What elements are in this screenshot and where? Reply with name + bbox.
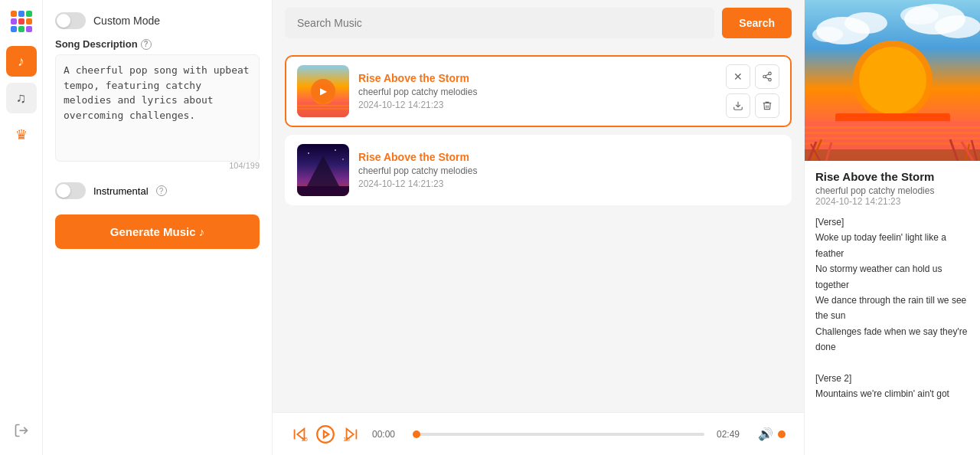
song-card-1[interactable]: ▶ Rise Above the Storm cheerful pop catc… <box>285 55 792 127</box>
rp-tags: cheerful pop catchy melodies <box>815 185 969 196</box>
nav-music-icon[interactable]: ♪ <box>6 46 37 77</box>
song-share-button-1[interactable] <box>755 64 779 89</box>
song-actions-1: ✕ <box>726 64 779 118</box>
song-info-2: Rise Above the Storm cheerful pop catchy… <box>358 151 779 189</box>
rp-title: Rise Above the Storm <box>815 170 969 183</box>
instrumental-row: Instrumental ? <box>55 182 260 199</box>
instrumental-toggle[interactable] <box>55 182 86 199</box>
nav-crown-icon[interactable]: ♛ <box>6 119 37 150</box>
custom-mode-row: Custom Mode <box>55 12 260 29</box>
svg-rect-7 <box>18 26 24 32</box>
song-description-section: Song Description ? A cheerful pop song w… <box>55 38 260 170</box>
nav-disc-icon[interactable]: ♫ <box>6 83 37 113</box>
svg-rect-1 <box>18 11 24 17</box>
volume-icon[interactable]: 🔊 <box>758 427 773 441</box>
play-circle-1: ▶ <box>311 79 335 103</box>
svg-point-26 <box>342 159 344 160</box>
logout-icon[interactable] <box>6 415 37 446</box>
song-title-2: Rise Above the Storm <box>358 151 779 163</box>
song-date-2: 2024-10-12 14:21:23 <box>358 178 779 189</box>
song-close-button-1[interactable]: ✕ <box>726 64 750 89</box>
svg-rect-6 <box>11 26 17 32</box>
icon-bar: ♪ ♫ ♛ <box>0 0 43 455</box>
svg-point-29 <box>317 426 334 443</box>
custom-mode-label: Custom Mode <box>93 15 160 27</box>
svg-point-24 <box>308 152 309 154</box>
svg-point-41 <box>859 47 926 114</box>
song-tags-2: cheerful pop catchy melodies <box>358 165 779 176</box>
instrumental-label: Instrumental <box>93 185 149 197</box>
player-controls: 15 15 <box>291 424 360 444</box>
svg-rect-5 <box>26 18 32 25</box>
svg-point-39 <box>900 6 939 25</box>
volume-dot <box>778 430 786 438</box>
svg-marker-30 <box>324 430 329 437</box>
song-date-1: 2024-10-12 14:21:23 <box>358 100 717 110</box>
song-delete-button-1[interactable] <box>755 93 779 118</box>
svg-rect-8 <box>26 26 32 32</box>
play-overlay-1[interactable]: ▶ <box>297 65 349 117</box>
song-tags-1: cheerful pop catchy melodies <box>358 87 717 97</box>
generate-music-button[interactable]: Generate Music ♪ <box>55 214 260 249</box>
svg-rect-3 <box>11 18 17 25</box>
svg-point-17 <box>769 78 772 81</box>
volume-area: 🔊 <box>758 427 786 441</box>
song-thumb-1: ▶ <box>297 65 349 117</box>
svg-line-18 <box>766 77 769 79</box>
player-bar: 15 15 00:00 02:49 🔊 <box>273 412 804 455</box>
song-card-2[interactable]: Rise Above the Storm cheerful pop catchy… <box>285 135 792 205</box>
svg-rect-4 <box>18 18 24 25</box>
right-panel: Rise Above the Storm cheerful pop catchy… <box>804 0 980 455</box>
rp-date: 2024-10-12 14:21:23 <box>815 196 969 207</box>
song-download-button-1[interactable] <box>726 93 750 118</box>
time-total: 02:49 <box>717 429 746 440</box>
svg-point-25 <box>335 149 336 151</box>
song-title-1: Rise Above the Storm <box>358 72 717 84</box>
left-panel: Custom Mode Song Description ? A cheerfu… <box>43 0 273 455</box>
svg-point-16 <box>763 75 766 78</box>
svg-point-38 <box>935 15 980 38</box>
song-description-textarea[interactable]: A cheerful pop song with upbeat tempo, f… <box>55 54 260 162</box>
svg-rect-45 <box>805 132 980 134</box>
rp-lyrics: [Verse] Woke up today feelin' light like… <box>815 214 969 402</box>
song-description-label: Song Description ? <box>55 38 260 50</box>
progress-bar[interactable] <box>413 433 704 436</box>
svg-rect-2 <box>26 11 32 17</box>
custom-mode-toggle[interactable] <box>55 12 86 29</box>
time-current: 00:00 <box>372 429 401 440</box>
search-bar-row: Search <box>273 0 804 46</box>
search-input[interactable] <box>285 8 714 38</box>
right-panel-info: Rise Above the Storm cheerful pop catchy… <box>805 161 980 455</box>
main-content: Search <box>273 0 804 455</box>
svg-point-36 <box>812 27 843 42</box>
instrumental-help-icon[interactable]: ? <box>156 185 167 196</box>
forward-button[interactable]: 15 <box>343 426 360 443</box>
svg-rect-44 <box>805 126 980 129</box>
progress-thumb <box>413 430 420 438</box>
svg-rect-23 <box>297 186 349 196</box>
song-description-help-icon[interactable]: ? <box>141 39 152 50</box>
svg-point-15 <box>769 72 772 75</box>
svg-point-35 <box>844 12 887 34</box>
search-button[interactable]: Search <box>722 8 792 38</box>
svg-line-19 <box>766 74 769 76</box>
app-logo <box>9 9 34 34</box>
svg-rect-0 <box>11 11 17 17</box>
char-count: 104/199 <box>55 161 260 170</box>
rewind-button[interactable]: 15 <box>291 426 308 443</box>
album-art <box>805 0 980 161</box>
song-thumb-2 <box>297 144 349 196</box>
play-pause-button[interactable] <box>315 424 335 444</box>
songs-list: ▶ Rise Above the Storm cheerful pop catc… <box>273 46 804 412</box>
svg-rect-46 <box>805 137 980 139</box>
song-info-1: Rise Above the Storm cheerful pop catchy… <box>358 72 717 110</box>
